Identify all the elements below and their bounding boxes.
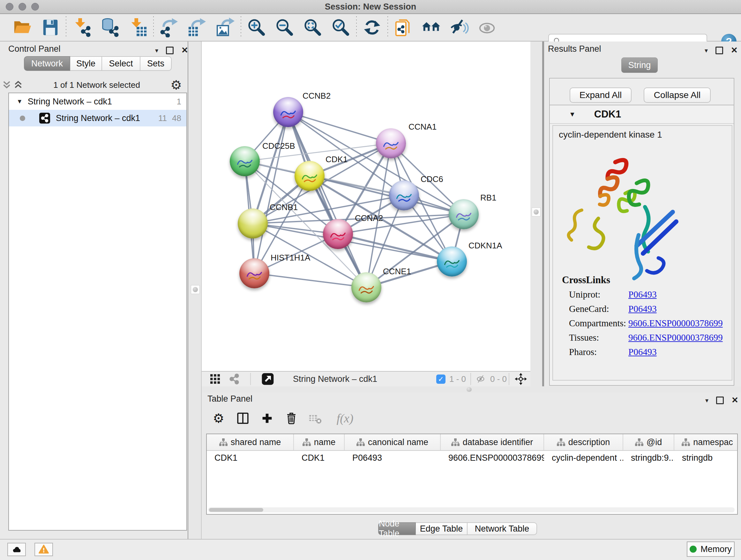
column-header-name[interactable]: name xyxy=(294,434,345,450)
panel-menu-icon[interactable]: ▾ xyxy=(705,396,709,404)
column-header-namespac[interactable]: namespac xyxy=(674,434,738,450)
right-splitter-handle[interactable] xyxy=(532,207,541,216)
node-CCNA1[interactable] xyxy=(376,128,406,159)
table-cell[interactable]: stringdb:9... xyxy=(623,451,674,465)
node-CCNB2[interactable] xyxy=(273,97,303,127)
bottom-splitter-handle[interactable] xyxy=(467,387,472,392)
entry-collapse-icon[interactable]: ▼ xyxy=(569,111,576,118)
delete-table-button[interactable] xyxy=(307,409,325,428)
crosslink-link[interactable]: 9606.ENSP00000378699 xyxy=(628,332,723,347)
show-eye-button[interactable] xyxy=(474,15,502,40)
edge-CCNB2-HIST1H1A[interactable] xyxy=(254,112,288,273)
crosslink-link[interactable]: P06493 xyxy=(628,304,657,318)
node-CCNB1[interactable] xyxy=(238,208,268,239)
crosslink-link[interactable]: P06493 xyxy=(628,347,657,361)
gear-icon[interactable]: ⚙ xyxy=(171,80,182,90)
tab-style[interactable]: Style xyxy=(70,56,102,71)
panel-close-icon[interactable]: ✕ xyxy=(181,45,188,55)
string-home-button[interactable] xyxy=(417,15,446,40)
table-settings-button[interactable]: ⚙ xyxy=(209,409,228,428)
table-cell[interactable]: stringdb xyxy=(674,451,738,465)
node-RB1[interactable] xyxy=(449,199,479,229)
panel-menu-icon[interactable]: ▾ xyxy=(155,47,158,54)
left-splitter[interactable] xyxy=(188,42,202,539)
tab-sets[interactable]: Sets xyxy=(140,56,172,71)
birdseye-icon[interactable] xyxy=(261,372,274,386)
crosslink-link[interactable]: 9606.ENSP00000378699 xyxy=(628,318,723,332)
selected-checkbox-icon[interactable]: ✓ xyxy=(436,374,446,384)
column-header-database-identifier[interactable]: database identifier xyxy=(441,434,544,450)
export-image-button[interactable] xyxy=(211,15,239,40)
column-header-shared-name[interactable]: shared name xyxy=(207,434,294,450)
zoom-selected-button[interactable] xyxy=(327,15,355,40)
crosslink-link[interactable]: P06493 xyxy=(628,289,657,304)
network-canvas[interactable]: CCNB2 CCNA1 CDC25B CDK1 CDC6 RB1CCNB1 CC… xyxy=(202,42,530,371)
node-CDC6[interactable] xyxy=(389,180,419,210)
zoom-in-button[interactable] xyxy=(243,15,271,40)
table-cell[interactable]: P06493 xyxy=(345,451,441,465)
import-network-database-button[interactable] xyxy=(96,15,124,40)
cloud-button[interactable] xyxy=(7,543,26,556)
edge-CCNB2-CCNA1[interactable] xyxy=(288,112,391,143)
zoom-fit-button[interactable] xyxy=(299,15,327,40)
panel-float-icon[interactable] xyxy=(166,47,174,54)
show-columns-button[interactable] xyxy=(233,409,252,428)
column-header-description[interactable]: description xyxy=(544,434,623,450)
share-view-icon[interactable] xyxy=(228,373,241,385)
table-cell[interactable]: cyclin-dependent ... xyxy=(544,451,623,465)
expand-all-icon[interactable] xyxy=(13,80,23,90)
grid-view-icon[interactable] xyxy=(208,373,222,385)
tree-expand-icon[interactable]: ▼ xyxy=(17,98,23,105)
import-table-file-button[interactable] xyxy=(124,15,152,40)
panel-menu-icon[interactable]: ▾ xyxy=(704,47,708,54)
node-CDKN1A[interactable] xyxy=(437,246,467,276)
entry-header[interactable]: ▼ CDK1 xyxy=(550,105,734,124)
tab-node-table[interactable]: Node Table xyxy=(378,522,416,535)
column-header-canonical-name[interactable]: canonical name xyxy=(345,434,441,450)
import-network-file-button[interactable] xyxy=(68,15,96,40)
column-header--id[interactable]: @id xyxy=(623,434,674,450)
table-cell[interactable]: CDK1 xyxy=(294,451,345,465)
memory-button[interactable]: Memory xyxy=(687,542,735,557)
export-network-button[interactable] xyxy=(155,15,183,40)
table-cell[interactable]: 9606.ENSP00000378699 xyxy=(441,451,544,465)
node-HIST1H1A[interactable] xyxy=(239,258,269,288)
collapse-all-button[interactable]: Collapse All xyxy=(644,87,711,103)
node-CCNA2[interactable] xyxy=(323,219,353,249)
open-session-button[interactable] xyxy=(8,15,37,40)
collapse-all-icon[interactable] xyxy=(2,80,11,90)
panel-close-icon[interactable]: ✕ xyxy=(731,395,738,405)
table-cell[interactable]: CDK1 xyxy=(207,451,294,465)
hide-glasses-button[interactable] xyxy=(446,15,474,40)
right-splitter[interactable] xyxy=(530,42,543,386)
warnings-button[interactable] xyxy=(35,543,53,556)
panel-float-icon[interactable] xyxy=(716,396,724,404)
network-collection-row[interactable]: ▼ String Network – cdk1 1 xyxy=(9,93,186,110)
tab-network[interactable]: Network xyxy=(24,56,70,71)
table-row[interactable]: CDK1CDK1P064939606.ENSP00000378699cyclin… xyxy=(207,451,738,465)
zoom-out-button[interactable] xyxy=(271,15,299,40)
refresh-button[interactable] xyxy=(358,15,386,40)
crosshair-icon[interactable] xyxy=(515,373,527,385)
panel-close-icon[interactable]: ✕ xyxy=(731,45,738,55)
table-hscrollbar[interactable] xyxy=(208,507,735,512)
tab-edge-table[interactable]: Edge Table xyxy=(416,522,468,535)
save-session-button[interactable] xyxy=(37,15,64,40)
expand-all-button[interactable]: Expand All xyxy=(569,87,631,103)
tab-select[interactable]: Select xyxy=(102,56,140,71)
function-builder-button[interactable]: f(x) xyxy=(331,409,359,428)
delete-column-button[interactable] xyxy=(282,409,300,428)
tab-network-table[interactable]: Network Table xyxy=(468,522,537,535)
add-column-button[interactable] xyxy=(258,409,276,428)
node-CCNE1[interactable] xyxy=(351,272,381,302)
export-table-button[interactable] xyxy=(183,15,211,40)
edge-HIST1H1A-CCNE1[interactable] xyxy=(254,273,366,287)
node-CDC25B[interactable] xyxy=(230,146,260,176)
copy-network-button[interactable] xyxy=(389,15,417,40)
table-hscrollbar-thumb[interactable] xyxy=(209,508,263,512)
network-row[interactable]: String Network – cdk1 11 48 xyxy=(9,110,186,126)
node-CDK1[interactable] xyxy=(294,161,325,191)
tab-string[interactable]: String xyxy=(621,57,658,73)
left-splitter-handle[interactable] xyxy=(191,285,200,294)
panel-float-icon[interactable] xyxy=(716,47,723,54)
